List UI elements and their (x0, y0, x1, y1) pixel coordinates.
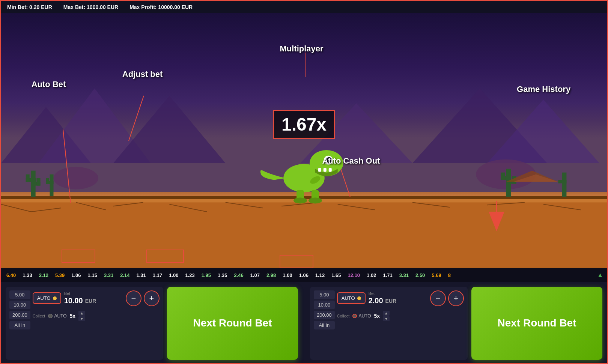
max-profit-value: 10000.00 EUR (158, 4, 193, 10)
quick-bet-2-20000[interactable]: 200.00 (314, 311, 335, 319)
history-item: 1.95 (200, 272, 212, 279)
collect-arrow-down-1[interactable]: ▼ (78, 316, 85, 321)
auto-dot-2 (357, 296, 361, 300)
history-item: 1.00 (281, 272, 293, 279)
history-item: 1.07 (249, 272, 261, 279)
collect-row-1: Collect AUTO 5x ▲ ▼ (33, 311, 160, 321)
svg-rect-9 (1, 197, 607, 202)
collect-arrow-up-1[interactable]: ▲ (78, 311, 85, 316)
next-round-btn-2[interactable]: Next Round Bet (471, 287, 602, 360)
history-item: 2.12 (38, 272, 50, 279)
collect-arrow-up-2[interactable]: ▲ (383, 311, 390, 316)
adjust-bet-box (146, 250, 184, 263)
history-item: 5.39 (54, 272, 66, 279)
auto-cashout-box (280, 255, 313, 268)
svg-line-13 (76, 202, 106, 210)
history-bar: 6.401.332.125.391.061.153.312.141.311.17… (1, 268, 607, 282)
history-item: 5.69 (430, 272, 442, 279)
history-item: 6.40 (5, 272, 17, 279)
svg-line-12 (31, 208, 61, 212)
quick-bet-1-allin[interactable]: All In (9, 321, 30, 329)
max-bet-info: Max Bet: 1000.00 EUR (63, 4, 118, 10)
auto-collect-toggle-2[interactable]: AUTO (352, 313, 371, 319)
svg-line-14 (113, 202, 143, 206)
svg-line-16 (226, 202, 263, 208)
next-round-btn-1[interactable]: Next Round Bet (167, 287, 298, 360)
history-item: 12.10 (346, 272, 362, 279)
bet-panel-2: 5.00 10.00 200.00 All In AUTO Bet (310, 287, 468, 360)
quick-bet-2-allin[interactable]: All In (314, 321, 335, 329)
auto-bet-btn-1[interactable]: AUTO (33, 292, 61, 304)
bet-currency-1: EUR (85, 298, 96, 304)
bet-value-1: 10.00 (64, 296, 83, 305)
game-frame: Min Bet: 0.20 EUR Max Bet: 1000.00 EUR M… (0, 0, 608, 364)
bet-panel-1-top: 5.00 10.00 200.00 All In AUTO Bet (9, 290, 160, 329)
quick-bet-2-1000[interactable]: 10.00 (314, 301, 335, 309)
max-profit-label: Max Profit: (129, 4, 157, 10)
history-item: 2.98 (265, 272, 277, 279)
bet-panel-2-top: 5.00 10.00 200.00 All In AUTO Bet (314, 290, 464, 329)
bet-main-controls-1: AUTO Bet 10.00 EUR − + (33, 290, 160, 321)
auto-bet-box (62, 250, 95, 263)
max-bet-value: 1000.00 EUR (87, 4, 118, 10)
quick-bet-1-20000[interactable]: 200.00 (9, 311, 30, 319)
stepper-1: − + (126, 290, 160, 306)
stepper-minus-2[interactable]: − (430, 290, 446, 306)
history-item: 1.35 (216, 272, 229, 279)
svg-line-17 (281, 202, 319, 206)
history-scroll-up[interactable]: ▲ (597, 272, 603, 278)
history-item: 1.71 (381, 272, 394, 279)
min-bet-label: Min Bet: (7, 4, 28, 10)
history-item: 2.46 (232, 272, 245, 279)
collect-label-1: Collect (33, 314, 45, 318)
sky-background (1, 13, 607, 192)
collect-toggle-dot-2 (352, 314, 357, 318)
collect-value-1: 5x (70, 313, 76, 319)
game-area: 1.67x Multiplayer Auto Bet (1, 13, 607, 268)
quick-bets-1: 5.00 10.00 200.00 All In (9, 290, 30, 329)
quick-bet-1-1000[interactable]: 10.00 (9, 301, 30, 309)
bet-label-1: Bet (64, 291, 123, 296)
history-item: 3.31 (102, 272, 115, 279)
auto-dot-1 (53, 296, 57, 300)
history-item: 1.12 (314, 272, 326, 279)
history-item: 1.06 (298, 272, 310, 279)
bet-value-row-1: 10.00 EUR (64, 296, 123, 305)
quick-bet-1-500[interactable]: 5.00 (9, 290, 30, 299)
history-item: 1.17 (151, 272, 164, 279)
auto-bet-row-1: AUTO Bet 10.00 EUR − + (33, 290, 160, 306)
collect-arrows-2: ▲ ▼ (383, 311, 390, 321)
history-item: 1.06 (70, 272, 82, 279)
stepper-minus-1[interactable]: − (126, 290, 141, 306)
svg-marker-57 (489, 212, 504, 231)
min-bet-info: Min Bet: 0.20 EUR (7, 4, 52, 10)
min-bet-value: 0.20 EUR (29, 4, 52, 10)
history-item: 1.33 (21, 272, 33, 279)
svg-line-19 (412, 202, 450, 207)
svg-rect-8 (1, 197, 607, 268)
auto-collect-toggle-1[interactable]: AUTO (48, 313, 66, 319)
svg-point-51 (293, 197, 307, 203)
stepper-plus-1[interactable]: + (144, 290, 160, 306)
controls-area: 5.00 10.00 200.00 All In AUTO Bet (1, 282, 607, 364)
collect-toggle-dot-1 (48, 314, 53, 318)
bet-display-1: Bet 10.00 EUR (64, 291, 123, 305)
auto-bet-row-2: AUTO Bet 2.00 EUR − + (337, 290, 464, 306)
history-item: 1.31 (135, 272, 147, 279)
history-item: 1.65 (330, 272, 342, 279)
svg-rect-10 (1, 196, 607, 199)
collect-arrows-1: ▲ ▼ (78, 311, 85, 321)
bet-value-2: 2.00 (369, 296, 383, 305)
collect-toggle-label-2: AUTO (358, 313, 371, 319)
multiplier-display: 1.67x (273, 110, 335, 139)
auto-bet-btn-2[interactable]: AUTO (337, 292, 366, 304)
quick-bet-2-500[interactable]: 5.00 (314, 290, 335, 299)
svg-point-52 (309, 197, 322, 203)
bet-currency-2: EUR (385, 298, 397, 304)
svg-line-20 (487, 202, 525, 205)
collect-value-2: 5x (374, 313, 380, 319)
stepper-plus-2[interactable]: + (448, 290, 464, 306)
history-item: 1.00 (167, 272, 180, 279)
collect-arrow-down-2[interactable]: ▼ (383, 316, 390, 321)
max-profit-info: Max Profit: 10000.00 EUR (129, 4, 193, 10)
